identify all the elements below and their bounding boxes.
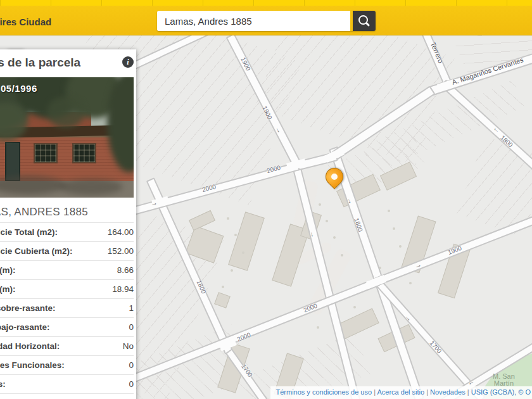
parcel-photo: 05/1996	[0, 77, 134, 198]
info-icon[interactable]: i	[122, 56, 134, 68]
field-label: Unidades Funcionales:	[0, 360, 65, 370]
photo-window	[34, 143, 58, 163]
tree-dot	[333, 236, 336, 239]
parcel-info-panel: Datos de la parcela i 05/1996 LAMAS, AND…	[0, 49, 136, 399]
photo-tree	[47, 96, 85, 128]
field-value: 18.94	[112, 284, 134, 294]
tree-dot	[399, 245, 402, 248]
photo-date-stamp: 05/1996	[1, 83, 37, 94]
field-row: Propiedad Horizontal:No	[0, 337, 134, 356]
attribution-link-usig[interactable]: USIG (GCBA)	[471, 388, 514, 396]
parcel-fields: Superficie Total (m2):164.00 Superficie …	[0, 222, 134, 394]
building-footprint	[228, 212, 265, 271]
brand-logo-text: Buenos Aires Ciudad	[0, 16, 51, 27]
tree-dot	[393, 227, 395, 230]
parcel-address: LAMAS, ANDRES 1885	[0, 206, 134, 218]
tree-dot	[388, 210, 390, 212]
search-icon	[358, 15, 368, 25]
field-value: 164.00	[108, 227, 134, 237]
tree-dot	[319, 203, 321, 206]
field-label: Frente (m):	[0, 265, 16, 275]
tree-dot	[234, 234, 237, 236]
attribution-copyright: , © O	[514, 388, 531, 396]
field-row: Fondo (m):18.94	[0, 280, 134, 299]
tree-dot	[242, 251, 244, 254]
field-value: 0	[129, 379, 134, 389]
field-label: Pisos bajo-rasante:	[0, 322, 50, 332]
search-input[interactable]	[157, 11, 350, 31]
building-footprint	[214, 292, 231, 308]
marker-dot	[330, 172, 339, 181]
field-row: Pisos bajo-rasante:0	[0, 318, 134, 337]
tree-dot	[409, 282, 412, 284]
top-tab-strip	[0, 0, 532, 6]
field-label: Pisos sobre-rasante:	[0, 303, 56, 313]
tree-dot	[317, 326, 319, 329]
tree-dot	[326, 220, 328, 222]
tree-dot	[353, 306, 356, 308]
search-bar	[157, 11, 376, 31]
attribution-link-news[interactable]: Novedades	[430, 388, 466, 396]
field-label: Propiedad Horizontal:	[0, 341, 60, 351]
field-row: Superficie Cubierta (m2):152.00	[0, 242, 134, 261]
tree-dot	[227, 217, 229, 220]
field-row: Locales:0	[0, 375, 134, 394]
field-row: Unidades Funcionales:0	[0, 356, 134, 375]
panel-title: Datos de la parcela	[0, 56, 80, 69]
field-value: 0	[129, 322, 134, 332]
field-label: Fondo (m):	[0, 284, 15, 294]
field-label: Superficie Cubierta (m2):	[0, 246, 73, 256]
field-label: Locales:	[0, 379, 6, 389]
tree-dot	[231, 269, 233, 272]
field-row: Pisos sobre-rasante:1	[0, 299, 134, 318]
field-value: 0	[129, 360, 134, 370]
field-row: Frente (m):8.66	[0, 261, 134, 280]
field-value: 152.00	[108, 246, 134, 256]
field-value: 8.66	[117, 265, 134, 275]
search-button[interactable]	[353, 11, 376, 31]
app-header: Buenos Aires Ciudad	[0, 0, 532, 35]
field-value: No	[123, 341, 134, 351]
field-value: 1	[129, 303, 134, 313]
attribution-link-about[interactable]: Acerca del sitio	[377, 388, 424, 396]
tree-dot	[222, 286, 224, 288]
attribution-link-terms[interactable]: Términos y condiciones de uso	[276, 388, 372, 396]
field-label: Superficie Total (m2):	[0, 227, 58, 237]
map-attribution: Términos y condiciones de uso | Acerca d…	[270, 386, 532, 399]
photo-ground-shadow	[60, 179, 123, 195]
park-label: M. San Martín	[493, 373, 515, 387]
field-row: Superficie Total (m2):164.00	[0, 223, 134, 242]
tree-dot	[341, 254, 343, 256]
photo-window	[72, 143, 96, 163]
